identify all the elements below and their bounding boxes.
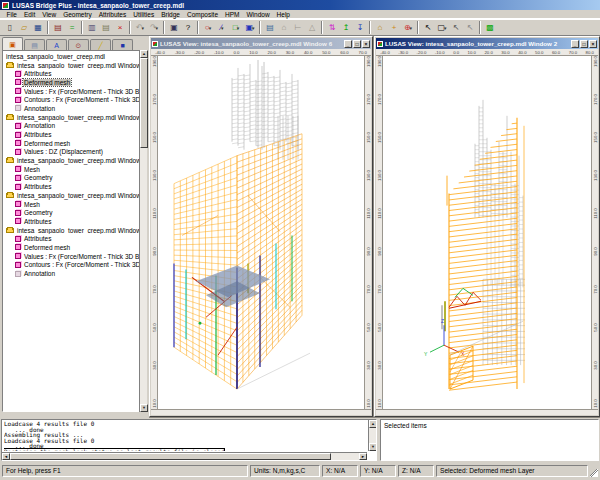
print-report-button[interactable]: ▤ — [51, 21, 65, 35]
tree-tab-groups[interactable]: ▤ — [24, 39, 45, 50]
close-icon[interactable]: × — [362, 40, 370, 48]
save-model-button[interactable]: ▦ — [31, 21, 45, 35]
tree-layer-item[interactable]: Values : Fx (Force/Moment - Thick 3D Bea… — [5, 87, 146, 96]
tree-tab-reports[interactable]: ■ — [112, 39, 133, 50]
menu-hpm[interactable]: HPM — [222, 11, 243, 18]
volume-tool-button[interactable]: ▣ — [243, 21, 257, 35]
tree-layer-item[interactable]: Values : DZ (Displacement) — [5, 148, 146, 157]
equivalence-button[interactable]: = — [65, 21, 79, 35]
tree-layer-item[interactable]: Contours : Fx (Force/Moment - Thick 3D B… — [5, 261, 146, 270]
tree-layer-item[interactable]: Deformed mesh — [5, 243, 146, 252]
loadcase-previous-button[interactable]: ↧ — [353, 21, 367, 35]
layers-tree[interactable]: intesa_sanpaolo_tower_creep.mdlintesa_sa… — [2, 50, 147, 412]
scroll-down-icon[interactable]: ▼ — [140, 404, 148, 412]
select-cursor-button[interactable]: ↖ — [421, 21, 435, 35]
tree-tab-utilities[interactable]: ╱ — [90, 39, 111, 50]
menu-attributes[interactable]: Attributes — [95, 11, 129, 18]
tree-tab-attributes[interactable]: A — [46, 39, 67, 50]
folder-icon — [6, 158, 14, 163]
menu-edit[interactable]: Edit — [20, 11, 38, 18]
view-window-6-titlebar[interactable]: LUSAS View: intesa_sanpaolo_tower_creep.… — [151, 38, 371, 49]
scroll-up-icon[interactable]: ▲ — [140, 50, 148, 58]
mesh-lock-button[interactable]: ⌂ — [373, 21, 387, 35]
tree-window-group[interactable]: intesa_sanpaolo_tower_creep.mdl Window 6 — [5, 226, 146, 235]
menu-window[interactable]: Window — [243, 11, 273, 18]
loadcase-next-button[interactable]: ↥ — [339, 21, 353, 35]
tree-layer-item[interactable]: Attributes — [5, 130, 146, 139]
menu-utilities[interactable]: Utilities — [130, 11, 158, 18]
menu-view[interactable]: View — [39, 11, 60, 18]
output-vscrollbar[interactable]: ▲ ▼ — [368, 420, 376, 451]
tree-layer-item[interactable]: Contours : Fx (Force/Moment - Thick 3D B… — [5, 95, 146, 104]
tree-window-group[interactable]: intesa_sanpaolo_tower_creep.mdl Window 1 — [5, 113, 146, 122]
menu-composite[interactable]: Composite — [183, 11, 221, 18]
menu-bridge[interactable]: Bridge — [158, 11, 184, 18]
tree-scrollbar[interactable]: ▲ ▼ — [139, 50, 147, 412]
scroll-down-icon[interactable]: ▼ — [369, 443, 377, 451]
tree-layer-item[interactable]: Attributes — [5, 234, 146, 243]
new-model-button[interactable]: ▯ — [3, 21, 17, 35]
copy-button[interactable]: ▥ — [85, 21, 99, 35]
view-6-canvas[interactable] — [158, 56, 364, 409]
tree-layer-item[interactable]: Mesh — [5, 200, 146, 209]
tree-window-group[interactable]: intesa_sanpaolo_tower_creep.mdl Window 2 — [5, 61, 146, 70]
minimize-icon[interactable]: _ — [571, 40, 579, 48]
tree-window-group[interactable]: intesa_sanpaolo_tower_creep.mdl Window 3 — [5, 156, 146, 165]
tree-tab-loadcases[interactable]: ⊙ — [68, 39, 89, 50]
loadcase-select-button[interactable]: ⇅ — [325, 21, 339, 35]
maximize-icon[interactable]: □ — [580, 40, 588, 48]
menu-geometry[interactable]: Geometry — [60, 11, 96, 18]
delete-button[interactable]: × — [113, 21, 127, 35]
view-2-canvas[interactable]: ZXY — [383, 56, 591, 409]
app-titlebar[interactable]: LUSAS Bridge Plus - intesa_sanpaolo_towe… — [0, 0, 600, 10]
global-axes-button[interactable]: ⊕ — [401, 21, 415, 35]
select-elements-button[interactable]: ↖ — [449, 21, 463, 35]
scroll-thumb[interactable] — [10, 453, 331, 460]
line-tool-button[interactable]: ∕ — [215, 21, 229, 35]
tree-layer-item[interactable]: Mesh — [5, 165, 146, 174]
menu-file[interactable]: File — [3, 11, 20, 18]
point-tool-button[interactable]: ○ — [201, 21, 215, 35]
tree-layer-item[interactable]: Geometry — [5, 208, 146, 217]
ruler-tick-label: 10.0 — [593, 399, 598, 407]
close-icon[interactable]: × — [589, 40, 597, 48]
tree-tab-layers[interactable]: ▣ — [2, 37, 23, 50]
report-wizard-button[interactable]: ▤ — [263, 21, 277, 35]
tree-layer-item[interactable]: Annotation — [5, 269, 146, 278]
tree-layer-item[interactable]: Values : Fx (Force/Moment - Thick 3D Bea… — [5, 252, 146, 261]
tree-root-item[interactable]: intesa_sanpaolo_tower_creep.mdl — [5, 52, 146, 61]
scroll-left-icon[interactable]: ◄ — [2, 453, 10, 460]
layer-icon — [15, 132, 21, 138]
print-button[interactable]: ▣ — [167, 21, 181, 35]
tree-layer-item[interactable]: Attributes — [5, 217, 146, 226]
tree-layer-item[interactable]: Annotation — [5, 104, 146, 113]
tree-layer-item[interactable]: Deformed mesh — [5, 78, 146, 87]
minimize-icon[interactable]: _ — [344, 40, 352, 48]
scroll-up-icon[interactable]: ▲ — [369, 420, 377, 428]
annotation-tool-button[interactable]: ▩ — [483, 21, 497, 35]
surface-tool-button[interactable]: □ — [229, 21, 243, 35]
select-box-button[interactable]: ▢ — [435, 21, 449, 35]
select-lines-button[interactable]: ↖ — [463, 21, 477, 35]
context-help-button[interactable]: ? — [181, 21, 195, 35]
tree-layer-item[interactable]: Attributes — [5, 182, 146, 191]
scroll-thumb[interactable] — [140, 58, 148, 148]
maximize-icon[interactable]: □ — [353, 40, 361, 48]
add-attribute-button[interactable]: + — [387, 21, 401, 35]
open-model-button[interactable]: ▱ — [17, 21, 31, 35]
tree-layer-item[interactable]: Annotation — [5, 122, 146, 131]
tree-window-group[interactable]: intesa_sanpaolo_tower_creep.mdl Window 4 — [5, 191, 146, 200]
menu-help[interactable]: Help — [273, 11, 293, 18]
view-window-2[interactable]: LUSAS View: intesa_sanpaolo_tower_creep.… — [374, 36, 600, 417]
view-window-6[interactable]: LUSAS View: intesa_sanpaolo_tower_creep.… — [149, 36, 373, 417]
tree-layer-item[interactable]: Geometry — [5, 174, 146, 183]
selected-items-panel[interactable]: Selected items — [380, 419, 599, 461]
resize-grip[interactable] — [590, 469, 598, 477]
output-hscrollbar[interactable]: ◄ ► — [2, 452, 367, 460]
tree-layer-item[interactable]: Attributes — [5, 69, 146, 78]
text-output-window[interactable]: Loadcase 4 results file 0 ... doneAssemb… — [1, 419, 377, 461]
scroll-right-icon[interactable]: ► — [359, 453, 367, 460]
tree-layer-item[interactable]: Deformed mesh — [5, 139, 146, 148]
view-window-2-titlebar[interactable]: LUSAS View: intesa_sanpaolo_tower_creep.… — [376, 38, 598, 49]
paste-button[interactable]: ▤ — [99, 21, 113, 35]
